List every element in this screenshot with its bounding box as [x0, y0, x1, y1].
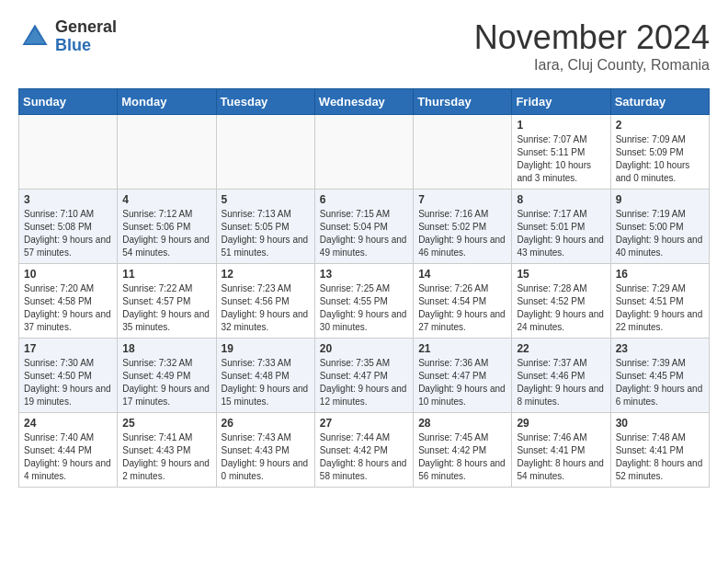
- day-number: 2: [616, 119, 704, 132]
- day-number: 18: [122, 342, 210, 355]
- day-number: 11: [122, 268, 210, 281]
- day-number: 26: [222, 417, 310, 430]
- day-number: 7: [418, 193, 506, 206]
- calendar-cell: 9Sunrise: 7:19 AMSunset: 5:00 PMDaylight…: [610, 190, 709, 264]
- day-number: 25: [122, 417, 210, 430]
- calendar-cell: [414, 115, 512, 190]
- logo-general-text: General: [55, 18, 117, 37]
- calendar-header-row: Sunday Monday Tuesday Wednesday Thursday…: [19, 89, 710, 115]
- day-info: Sunrise: 7:39 AMSunset: 4:45 PMDaylight:…: [616, 357, 704, 408]
- calendar-cell: 19Sunrise: 7:33 AMSunset: 4:48 PMDayligh…: [216, 339, 314, 413]
- day-info: Sunrise: 7:37 AMSunset: 4:46 PMDaylight:…: [517, 357, 605, 408]
- calendar-week-row: 10Sunrise: 7:20 AMSunset: 4:58 PMDayligh…: [19, 264, 710, 339]
- day-info: Sunrise: 7:12 AMSunset: 5:06 PMDaylight:…: [122, 208, 210, 259]
- calendar-cell: [19, 115, 118, 190]
- day-info: Sunrise: 7:10 AMSunset: 5:08 PMDaylight:…: [24, 208, 112, 259]
- calendar-week-row: 24Sunrise: 7:40 AMSunset: 4:44 PMDayligh…: [19, 413, 710, 488]
- day-info: Sunrise: 7:09 AMSunset: 5:09 PMDaylight:…: [616, 133, 704, 185]
- day-number: 12: [222, 268, 310, 281]
- calendar-cell: 28Sunrise: 7:45 AMSunset: 4:42 PMDayligh…: [414, 413, 512, 488]
- col-wednesday: Wednesday: [314, 89, 413, 115]
- calendar-week-row: 3Sunrise: 7:10 AMSunset: 5:08 PMDaylight…: [19, 190, 710, 264]
- calendar-cell: 8Sunrise: 7:17 AMSunset: 5:01 PMDaylight…: [512, 190, 610, 264]
- calendar-table: Sunday Monday Tuesday Wednesday Thursday…: [18, 88, 710, 488]
- calendar-cell: [216, 115, 314, 190]
- calendar-cell: 10Sunrise: 7:20 AMSunset: 4:58 PMDayligh…: [19, 264, 118, 339]
- day-number: 21: [418, 342, 506, 355]
- col-sunday: Sunday: [19, 89, 118, 115]
- day-info: Sunrise: 7:23 AMSunset: 4:56 PMDaylight:…: [222, 282, 310, 334]
- day-number: 23: [616, 342, 704, 355]
- day-number: 8: [517, 193, 605, 206]
- calendar-cell: 5Sunrise: 7:13 AMSunset: 5:05 PMDaylight…: [216, 190, 314, 264]
- day-number: 14: [418, 268, 506, 281]
- day-info: Sunrise: 7:25 AMSunset: 4:55 PMDaylight:…: [320, 282, 408, 334]
- calendar-cell: 14Sunrise: 7:26 AMSunset: 4:54 PMDayligh…: [414, 264, 512, 339]
- day-number: 19: [222, 342, 310, 355]
- day-info: Sunrise: 7:16 AMSunset: 5:02 PMDaylight:…: [418, 208, 506, 259]
- location-text: Iara, Cluj County, Romania: [474, 57, 710, 74]
- day-info: Sunrise: 7:13 AMSunset: 5:05 PMDaylight:…: [222, 208, 310, 259]
- calendar-week-row: 1Sunrise: 7:07 AMSunset: 5:11 PMDaylight…: [19, 115, 710, 190]
- day-info: Sunrise: 7:20 AMSunset: 4:58 PMDaylight:…: [24, 282, 112, 334]
- day-info: Sunrise: 7:33 AMSunset: 4:48 PMDaylight:…: [222, 357, 310, 408]
- day-info: Sunrise: 7:29 AMSunset: 4:51 PMDaylight:…: [616, 282, 704, 334]
- col-friday: Friday: [512, 89, 610, 115]
- calendar-cell: 18Sunrise: 7:32 AMSunset: 4:49 PMDayligh…: [118, 339, 216, 413]
- day-info: Sunrise: 7:45 AMSunset: 4:42 PMDaylight:…: [418, 431, 506, 483]
- calendar-cell: 3Sunrise: 7:10 AMSunset: 5:08 PMDaylight…: [19, 190, 118, 264]
- day-number: 16: [616, 268, 704, 281]
- day-number: 4: [122, 193, 210, 206]
- day-info: Sunrise: 7:41 AMSunset: 4:43 PMDaylight:…: [122, 431, 210, 483]
- calendar-cell: 23Sunrise: 7:39 AMSunset: 4:45 PMDayligh…: [610, 339, 709, 413]
- day-number: 22: [517, 342, 605, 355]
- day-number: 1: [517, 119, 605, 132]
- day-number: 15: [517, 268, 605, 281]
- calendar-cell: 17Sunrise: 7:30 AMSunset: 4:50 PMDayligh…: [19, 339, 118, 413]
- calendar-cell: 22Sunrise: 7:37 AMSunset: 4:46 PMDayligh…: [512, 339, 610, 413]
- page-header: General Blue November 2024 Iara, Cluj Co…: [18, 18, 710, 74]
- calendar-cell: 1Sunrise: 7:07 AMSunset: 5:11 PMDaylight…: [512, 115, 610, 190]
- title-block: November 2024 Iara, Cluj County, Romania: [474, 18, 710, 74]
- calendar-cell: 11Sunrise: 7:22 AMSunset: 4:57 PMDayligh…: [118, 264, 216, 339]
- calendar-cell: 20Sunrise: 7:35 AMSunset: 4:47 PMDayligh…: [314, 339, 413, 413]
- day-info: Sunrise: 7:17 AMSunset: 5:01 PMDaylight:…: [517, 208, 605, 259]
- day-info: Sunrise: 7:30 AMSunset: 4:50 PMDaylight:…: [24, 357, 112, 408]
- day-number: 17: [24, 342, 112, 355]
- day-info: Sunrise: 7:36 AMSunset: 4:47 PMDaylight:…: [418, 357, 506, 408]
- calendar-cell: 4Sunrise: 7:12 AMSunset: 5:06 PMDaylight…: [118, 190, 216, 264]
- calendar-cell: 2Sunrise: 7:09 AMSunset: 5:09 PMDaylight…: [610, 115, 709, 190]
- month-title: November 2024: [474, 18, 710, 57]
- calendar-cell: 16Sunrise: 7:29 AMSunset: 4:51 PMDayligh…: [610, 264, 709, 339]
- calendar-cell: 12Sunrise: 7:23 AMSunset: 4:56 PMDayligh…: [216, 264, 314, 339]
- day-info: Sunrise: 7:35 AMSunset: 4:47 PMDaylight:…: [320, 357, 408, 408]
- calendar-cell: 6Sunrise: 7:15 AMSunset: 5:04 PMDaylight…: [314, 190, 413, 264]
- col-saturday: Saturday: [610, 89, 709, 115]
- calendar-cell: [314, 115, 413, 190]
- calendar-cell: 27Sunrise: 7:44 AMSunset: 4:42 PMDayligh…: [314, 413, 413, 488]
- day-number: 29: [517, 417, 605, 430]
- col-monday: Monday: [118, 89, 216, 115]
- day-info: Sunrise: 7:48 AMSunset: 4:41 PMDaylight:…: [616, 431, 704, 483]
- day-info: Sunrise: 7:28 AMSunset: 4:52 PMDaylight:…: [517, 282, 605, 334]
- calendar-cell: 24Sunrise: 7:40 AMSunset: 4:44 PMDayligh…: [19, 413, 118, 488]
- day-number: 3: [24, 193, 112, 206]
- day-info: Sunrise: 7:26 AMSunset: 4:54 PMDaylight:…: [418, 282, 506, 334]
- day-info: Sunrise: 7:40 AMSunset: 4:44 PMDaylight:…: [24, 431, 112, 483]
- calendar-week-row: 17Sunrise: 7:30 AMSunset: 4:50 PMDayligh…: [19, 339, 710, 413]
- calendar-cell: 29Sunrise: 7:46 AMSunset: 4:41 PMDayligh…: [512, 413, 610, 488]
- logo-blue-text: Blue: [55, 37, 117, 55]
- day-number: 10: [24, 268, 112, 281]
- day-number: 27: [320, 417, 408, 430]
- calendar-cell: 13Sunrise: 7:25 AMSunset: 4:55 PMDayligh…: [314, 264, 413, 339]
- day-number: 5: [222, 193, 310, 206]
- day-number: 20: [320, 342, 408, 355]
- col-tuesday: Tuesday: [216, 89, 314, 115]
- calendar-cell: 30Sunrise: 7:48 AMSunset: 4:41 PMDayligh…: [610, 413, 709, 488]
- calendar-cell: 26Sunrise: 7:43 AMSunset: 4:43 PMDayligh…: [216, 413, 314, 488]
- day-number: 30: [616, 417, 704, 430]
- calendar-cell: 25Sunrise: 7:41 AMSunset: 4:43 PMDayligh…: [118, 413, 216, 488]
- logo: General Blue: [18, 18, 117, 55]
- calendar-cell: 15Sunrise: 7:28 AMSunset: 4:52 PMDayligh…: [512, 264, 610, 339]
- calendar-cell: 21Sunrise: 7:36 AMSunset: 4:47 PMDayligh…: [414, 339, 512, 413]
